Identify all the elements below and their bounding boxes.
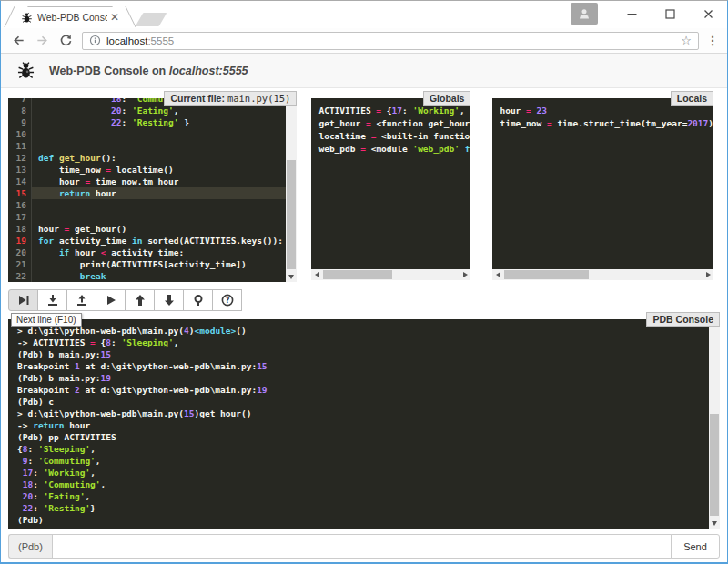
code-line: 10: [8, 128, 286, 140]
webpdb-bug-logo-icon: [16, 61, 35, 80]
browser-window: Web-PDB Console on lo ✕ localhost:5555 ☆…: [0, 0, 728, 564]
tab-close-icon[interactable]: ✕: [107, 12, 122, 23]
scrollbar-thumb[interactable]: [323, 270, 391, 279]
line-number[interactable]: 18: [8, 223, 32, 235]
console-line: 9: 'Commuting',: [17, 455, 709, 467]
scroll-down-icon[interactable]: [709, 518, 720, 529]
console-line: web_pdb = <module 'web_pdb' from 'd:\git…: [318, 143, 470, 156]
next-line-button[interactable]: [8, 289, 38, 311]
console-line: > d:\git\python-web-pdb\main.py(4)<modul…: [17, 325, 709, 337]
return-button[interactable]: [66, 289, 96, 311]
console-line: 22: 'Resting'}: [17, 502, 709, 514]
page-title: Web-PDB Console on localhost:5555: [49, 65, 248, 77]
code-line: 11: [8, 140, 286, 152]
console-line: get_hour = <function get_hour at 0x00000…: [318, 117, 470, 130]
code-line: 12def get_hour():: [8, 152, 286, 164]
stack-down-button[interactable]: [154, 289, 184, 311]
bookmark-star-icon[interactable]: ☆: [681, 34, 692, 47]
forward-icon[interactable]: [32, 31, 52, 51]
line-number[interactable]: 16: [8, 199, 32, 211]
favicon-bug-icon: [21, 12, 33, 24]
code-line: 9 22: 'Resting' }: [8, 116, 286, 128]
line-number[interactable]: 7: [8, 98, 32, 105]
console-line: hour = 23: [500, 105, 713, 117]
code-editor: 7 18: 'Commuting',8 20: 'Eating',9 22: '…: [8, 98, 297, 282]
stack-up-button[interactable]: [125, 289, 155, 311]
line-number[interactable]: 12: [8, 152, 32, 164]
console-line: 18: 'Commuting',: [17, 478, 709, 490]
code-line: 20 if hour < activity_time:: [8, 247, 286, 258]
code-line: 18hour = get_hour(): [8, 223, 286, 235]
close-button[interactable]: [689, 1, 727, 27]
console-line: localtime = <built-in function localtime…: [318, 130, 470, 143]
line-number[interactable]: 21: [8, 258, 32, 270]
editor-scrollbar[interactable]: [286, 98, 297, 282]
globals-scrollbar[interactable]: [311, 269, 470, 280]
line-number[interactable]: 22: [8, 270, 32, 282]
refresh-icon[interactable]: [56, 31, 76, 51]
continue-button[interactable]: [96, 289, 126, 311]
line-number[interactable]: 9: [8, 116, 32, 128]
breakpoint-line-number[interactable]: 15: [8, 187, 32, 199]
line-number[interactable]: 13: [8, 164, 32, 176]
console-line: {8: 'Sleeping',: [17, 443, 709, 455]
locals-content: hour = 23time_now = time.struct_time(tm_…: [492, 98, 713, 269]
where-button[interactable]: [183, 289, 213, 311]
scrollbar-thumb[interactable]: [504, 270, 588, 279]
console-line: (Pdb) pp ACTIVITIES: [17, 431, 709, 443]
scrollbar-thumb[interactable]: [287, 160, 296, 269]
locals-panel: Locals hour = 23time_now = time.struct_t…: [492, 98, 713, 282]
console-line: Breakpoint 2 at d:\git\python-web-pdb\ma…: [17, 384, 709, 396]
scroll-left-icon[interactable]: [492, 269, 503, 280]
help-button[interactable]: ?: [212, 289, 242, 311]
app-header: Web-PDB Console on localhost:5555: [1, 54, 727, 88]
line-number[interactable]: 10: [8, 128, 32, 140]
browser-menu-icon[interactable]: ⋮: [703, 34, 722, 47]
current-file-panel: Current file: main.py(15) 7 18: 'Commuti…: [8, 98, 297, 282]
page-content: Current file: main.py(15) 7 18: 'Commuti…: [1, 88, 727, 562]
code-line: 16: [8, 199, 286, 211]
minimize-button[interactable]: [612, 1, 651, 27]
line-number[interactable]: 20: [8, 247, 32, 258]
globals-content: ACTIVITIES = {17: 'Working', 18: 'Commut…: [311, 98, 470, 269]
address-bar[interactable]: localhost:5555 ☆: [82, 32, 699, 50]
pdb-console-label: PDB Console: [646, 312, 720, 327]
code-line: 8 20: 'Eating',: [8, 105, 286, 116]
page-info-icon[interactable]: [89, 35, 101, 46]
url-text: localhost:5555: [106, 35, 681, 46]
line-number[interactable]: 17: [8, 211, 32, 223]
line-number[interactable]: 8: [8, 105, 32, 116]
code-line: 19for activity_time in sorted(ACTIVITIES…: [8, 235, 286, 247]
breakpoint-line-number[interactable]: 19: [8, 235, 32, 247]
window-controls: [571, 1, 727, 27]
console-line: ACTIVITIES = {17: 'Working', 18: 'Commut…: [318, 105, 470, 117]
console-scrollbar[interactable]: [709, 319, 720, 529]
tab-title: Web-PDB Console on lo: [37, 12, 107, 23]
console-line: 20: 'Eating',: [17, 490, 709, 502]
maximize-button[interactable]: [651, 1, 689, 27]
send-button[interactable]: Send: [671, 534, 720, 559]
step-into-button[interactable]: [37, 289, 67, 311]
scroll-down-icon[interactable]: [286, 271, 297, 282]
profile-avatar-button[interactable]: [571, 3, 598, 25]
locals-scrollbar[interactable]: [492, 269, 713, 280]
back-icon[interactable]: [8, 31, 28, 51]
browser-tab[interactable]: Web-PDB Console on lo ✕: [15, 6, 125, 27]
scrollbar-thumb[interactable]: [710, 414, 719, 517]
new-tab-button[interactable]: [136, 13, 167, 26]
code-line: 15 return hour: [8, 187, 286, 199]
line-number[interactable]: 14: [8, 176, 32, 187]
console-line: (Pdb) b main.py:15: [17, 348, 709, 360]
command-bar: (Pdb) Send: [8, 534, 720, 559]
code-area: 7 18: 'Commuting',8 20: 'Eating',9 22: '…: [8, 98, 286, 282]
command-input[interactable]: [52, 534, 672, 559]
scroll-right-icon[interactable]: [703, 269, 713, 280]
scroll-left-icon[interactable]: [311, 269, 322, 280]
scroll-right-icon[interactable]: [460, 269, 470, 280]
globals-panel: Globals ACTIVITIES = {17: 'Working', 18:…: [311, 98, 470, 282]
console-line: -> ACTIVITIES = {8: 'Sleeping',: [17, 337, 709, 348]
svg-text:?: ?: [225, 297, 229, 305]
line-number[interactable]: 11: [8, 140, 32, 152]
console-line: -> return hour: [17, 419, 709, 431]
pdb-console: > d:\git\python-web-pdb\main.py(4)<modul…: [8, 319, 720, 529]
